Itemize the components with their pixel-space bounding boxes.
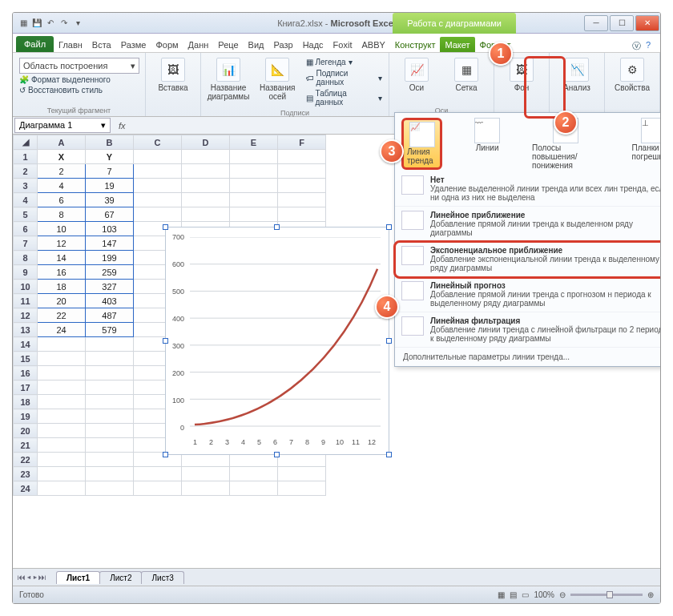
excel-window: ▦ 💾 ↶ ↷ ▾ Книга2.xlsx - Microsoft Excel …: [12, 12, 661, 604]
chevron-down-icon: ▾: [131, 61, 135, 71]
none-icon: [401, 175, 424, 195]
reset-style[interactable]: ↺Восстановить стиль: [19, 86, 139, 95]
tab-review[interactable]: Реце: [213, 37, 243, 52]
properties-button[interactable]: ⚙Свойства: [611, 58, 653, 92]
ribbon-collapse-icon[interactable]: ⓥ: [632, 40, 641, 52]
tab-developer[interactable]: Разр: [268, 37, 297, 52]
chevron-down-icon: ▾: [101, 120, 106, 131]
save-icon[interactable]: 💾: [31, 18, 42, 29]
sheet-tabs: ⏮◀▶⏭ Лист1 Лист2 Лист3: [13, 568, 660, 586]
highlight-analysis: [524, 56, 566, 119]
zoom-in-icon[interactable]: ⊕: [647, 590, 654, 599]
tab-pagelayout[interactable]: Разме: [116, 37, 151, 52]
name-box[interactable]: Диаграмма 1▾: [14, 118, 111, 133]
chart-element-selector[interactable]: Область построения▾: [19, 58, 139, 74]
legend-button[interactable]: ▦Легенда ▾: [306, 58, 383, 66]
format-selection[interactable]: 🧩Формат выделенного: [19, 75, 139, 84]
trend-more-options[interactable]: Дополнительные параметры линии тренда...: [395, 348, 661, 366]
trend-none[interactable]: НетУдаление выделенной линии тренда или …: [395, 171, 661, 207]
tab-home[interactable]: Главн: [54, 37, 87, 52]
plot-area[interactable]: 700 600 500 400 300 200 100 0 1 2 3 4 5 …: [190, 237, 381, 432]
help-icon[interactable]: ?: [646, 40, 651, 52]
error-bars-button[interactable]: ⊥Планки погрешност: [632, 118, 661, 170]
data-labels-button[interactable]: 🏷Подписи данных ▾: [306, 69, 383, 87]
close-button[interactable]: ✕: [635, 15, 659, 31]
trend-forecast[interactable]: Линейный прогнозДобавление прямой линии …: [395, 277, 661, 312]
col-header-e[interactable]: E: [230, 135, 278, 150]
callout-3: 3: [380, 139, 404, 163]
tab-formulas[interactable]: Форм: [151, 37, 183, 52]
quick-access-toolbar: ▦ 💾 ↶ ↷ ▾: [13, 18, 88, 29]
gridlines-button[interactable]: ▦Сетка: [445, 58, 487, 92]
axes-button[interactable]: 📈Оси: [396, 58, 437, 92]
select-all[interactable]: ◢: [14, 135, 38, 150]
exponential-icon: [401, 246, 424, 265]
status-ready: Готово: [19, 590, 44, 599]
group-current-selection: Текущий фрагмент: [19, 107, 139, 115]
col-header-d[interactable]: D: [182, 135, 230, 150]
redo-icon[interactable]: ↷: [58, 18, 70, 29]
view-break-icon[interactable]: ▭: [522, 590, 529, 599]
excel-icon: ▦: [18, 18, 29, 29]
insert-button[interactable]: 🖼Вставка: [152, 58, 194, 92]
group-labels: Подписи: [208, 109, 382, 117]
trend-exponential[interactable]: Экспоненциальное приближениеДобавление э…: [395, 242, 661, 277]
ribbon-tabs: Файл Главн Вста Разме Форм Данн Реце Вид…: [13, 34, 660, 53]
linear-icon: [401, 211, 424, 230]
axis-titles-button[interactable]: 📐Названия осей: [257, 58, 298, 107]
cell[interactable]: 2: [38, 164, 86, 179]
forecast-icon: [401, 281, 424, 300]
lines-button[interactable]: 〰Линии: [474, 118, 500, 170]
tab-file[interactable]: Файл: [16, 36, 54, 52]
chart-title-button[interactable]: 📊Название диаграммы: [208, 58, 249, 107]
tab-chart-design[interactable]: Конструкт: [390, 37, 441, 52]
analysis-dropdown: 📈Линия тренда 〰Линии ▮▮Полосы повышения/…: [394, 112, 661, 367]
tab-data[interactable]: Данн: [183, 37, 214, 52]
zoom-slider[interactable]: [570, 594, 643, 596]
cell[interactable]: Y: [86, 150, 134, 164]
zoom-out-icon[interactable]: ⊖: [559, 590, 566, 599]
fx-icon[interactable]: fх: [112, 121, 132, 131]
window-title: Книга2.xlsx - Microsoft Excel: [277, 18, 396, 28]
tab-view[interactable]: Вид: [244, 37, 269, 52]
view-normal-icon[interactable]: ▦: [498, 590, 505, 599]
chart-tools-label: Работа с диаграммами: [393, 13, 516, 34]
col-header-f[interactable]: F: [278, 135, 326, 150]
zoom-level[interactable]: 100%: [534, 590, 554, 599]
view-layout-icon[interactable]: ▤: [510, 590, 517, 599]
status-bar: Готово ▦ ▤ ▭ 100% ⊖ ⊕: [13, 586, 660, 603]
movingavg-icon: [401, 316, 424, 336]
sheet-tab-2[interactable]: Лист2: [99, 571, 142, 584]
minimize-button[interactable]: ─: [584, 15, 608, 31]
tab-foxit[interactable]: Foxit: [328, 37, 357, 52]
col-header-c[interactable]: C: [134, 135, 182, 150]
tab-addins[interactable]: Надс: [298, 37, 328, 52]
sheet-tab-1[interactable]: Лист1: [56, 571, 100, 584]
embedded-chart[interactable]: 700 600 500 400 300 200 100 0 1 2 3 4 5 …: [165, 227, 389, 455]
callout-4: 4: [375, 295, 399, 319]
undo-icon[interactable]: ↶: [45, 18, 56, 29]
sheet-nav[interactable]: ⏮◀▶⏭: [18, 573, 48, 582]
trendline-button[interactable]: 📈Линия тренда: [401, 118, 442, 170]
col-header-b[interactable]: B: [86, 135, 134, 150]
callout-1: 1: [489, 42, 513, 66]
trend-movingavg[interactable]: Линейная фильтрацияДобавление линии трен…: [395, 312, 661, 348]
cell[interactable]: 7: [86, 164, 134, 179]
trend-linear[interactable]: Линейное приближениеДобавление прямой ли…: [395, 207, 661, 242]
data-table-button[interactable]: ▤Таблица данных ▾: [306, 89, 383, 107]
title-bar: ▦ 💾 ↶ ↷ ▾ Книга2.xlsx - Microsoft Excel …: [13, 13, 660, 34]
col-header-a[interactable]: A: [38, 135, 86, 150]
sheet-tab-3[interactable]: Лист3: [141, 571, 183, 584]
callout-2: 2: [554, 111, 578, 135]
qat-more-icon[interactable]: ▾: [72, 18, 83, 29]
cell[interactable]: X: [38, 150, 86, 164]
tab-chart-layout[interactable]: Макет: [440, 37, 474, 52]
tab-abby[interactable]: ABBY: [357, 37, 389, 52]
tab-insert[interactable]: Вста: [87, 37, 116, 52]
maximize-button[interactable]: ☐: [610, 15, 634, 31]
